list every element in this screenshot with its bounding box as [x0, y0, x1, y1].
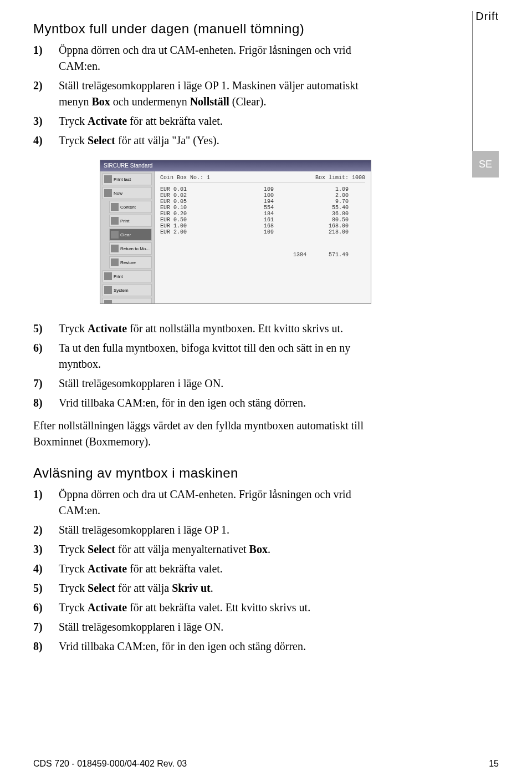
list-item: 7)Ställ trelägesomkopplaren i läge ON.: [33, 376, 388, 392]
list-item-number: 2): [33, 522, 59, 538]
list-item-number: 5): [33, 321, 59, 337]
screenshot-sidebar-item: Clear: [109, 229, 152, 241]
screenshot-data-row: EUR 0.011091.09: [160, 186, 365, 192]
list-item-number: 6): [33, 600, 59, 616]
list-item-number: 2): [33, 78, 59, 110]
screenshot-sidebar-icon: [104, 175, 112, 183]
screenshot-sidebar-icon: [111, 203, 119, 211]
screenshot-sidebar-item: Now: [103, 187, 152, 199]
screenshot-data-row: EUR 0.021002.00: [160, 192, 365, 199]
list-item-text: Tryck Select för att välja Skriv ut.: [59, 580, 388, 596]
list-item: 3)Tryck Select för att välja menyalterna…: [33, 541, 388, 557]
list-item-number: 1): [33, 486, 59, 519]
list-item-number: 4): [33, 561, 59, 577]
list-item: 2)Ställ trelägesomkopplaren i läge OP 1.: [33, 522, 388, 538]
screenshot-data-row: EUR 2.00109218.00: [160, 229, 365, 235]
screenshot-head-left: Coin Box No.: 1: [160, 175, 210, 181]
screenshot-titlebar: SIRCURE Standard: [100, 160, 371, 171]
list-item: 1)Öppna dörren och dra ut CAM-enheten. F…: [33, 42, 388, 74]
list-item-number: 3): [33, 113, 59, 129]
page-footer: CDS 720 - 018459-000/04-402 Rev. 03 15: [33, 759, 499, 769]
list-item-number: 5): [33, 580, 59, 596]
screenshot-main: Coin Box No.: 1 Box limit: 1000 EUR 0.01…: [155, 171, 371, 303]
list-item-number: 7): [33, 619, 59, 635]
screenshot-data-row: EUR 0.2018436.80: [160, 211, 365, 217]
screenshot-sidebar-icon: [104, 189, 112, 197]
embedded-screenshot: SIRCURE Standard Print lastNowContentPri…: [100, 160, 371, 304]
list-item-text: Tryck Select för att välja menyalternati…: [59, 541, 388, 557]
list-item-number: 7): [33, 376, 59, 392]
footer-doc-id: CDS 720 - 018459-000/04-402 Rev. 03: [33, 759, 187, 769]
section2-title: Avläsning av myntbox i maskinen: [33, 465, 499, 481]
list-item-number: 4): [33, 133, 59, 149]
list-item-text: Ställ trelägesomkopplaren i läge ON.: [59, 376, 388, 392]
list-item: 5)Tryck Activate för att nollställa mynt…: [33, 321, 388, 337]
list-item: 4)Tryck Activate för att bekräfta valet.: [33, 561, 388, 577]
screenshot-total-sum: 571.49: [329, 252, 349, 258]
list-item-text: Vrid tillbaka CAM:en, för in den igen oc…: [59, 638, 388, 655]
list-item: 2)Ställ trelägesomkopplaren i läge OP 1.…: [33, 78, 388, 110]
screenshot-sidebar-item: Return to Mo...: [109, 242, 152, 255]
list-item: 8)Vrid tillbaka CAM:en, för in den igen …: [33, 395, 388, 411]
screenshot-sidebar-icon: [111, 258, 119, 266]
screenshot-sidebar-icon: [104, 300, 112, 304]
list-item: 3)Tryck Activate för att bekräfta valet.: [33, 113, 388, 129]
section1-title: Myntbox full under dagen (manuell tömnin…: [33, 21, 499, 37]
list-item-text: Ta ut den fulla myntboxen, bifoga kvitto…: [59, 340, 388, 372]
list-item: 7)Ställ trelägesomkopplaren i läge ON.: [33, 619, 388, 635]
screenshot-data-row: EUR 1.00168168.00: [160, 223, 365, 229]
screenshot-sidebar-item: System: [103, 284, 152, 296]
screenshot-sidebar-item: Content: [109, 201, 152, 213]
list-item-number: 8): [33, 395, 59, 411]
section1b-list: 5)Tryck Activate för att nollställa mynt…: [33, 321, 388, 411]
screenshot-sidebar-item: Print last: [103, 173, 152, 185]
list-item: 1)Öppna dörren och dra ut CAM-enheten. F…: [33, 486, 388, 519]
list-item-text: Tryck Select för att välja "Ja" (Yes).: [59, 133, 388, 149]
list-item-number: 1): [33, 42, 59, 74]
screenshot-head-right: Box limit: 1000: [315, 175, 365, 181]
screenshot-sidebar-icon: [111, 245, 119, 252]
list-item: 5)Tryck Select för att välja Skriv ut.: [33, 580, 388, 596]
section1-list: 1)Öppna dörren och dra ut CAM-enheten. F…: [33, 42, 388, 149]
list-item-text: Tryck Activate för att bekräfta valet. E…: [59, 600, 388, 616]
list-item-text: Ställ trelägesomkopplaren i läge ON.: [59, 619, 388, 635]
list-item-text: Tryck Activate för att bekräfta valet.: [59, 113, 388, 129]
screenshot-sidebar-icon: [111, 217, 119, 225]
list-item-number: 6): [33, 340, 59, 372]
list-item-text: Öppna dörren och dra ut CAM-enheten. Fri…: [59, 42, 388, 74]
screenshot-sidebar-item: [103, 298, 152, 304]
screenshot-sidebar-icon: [104, 272, 112, 280]
screenshot-sidebar-icon: [111, 231, 119, 239]
screenshot-sidebar-item: Print: [109, 215, 152, 227]
header-section-label: Drift: [475, 10, 499, 23]
list-item-text: Ställ trelägesomkopplaren i läge OP 1.: [59, 522, 388, 538]
list-item: 8)Vrid tillbaka CAM:en, för in den igen …: [33, 638, 388, 655]
screenshot-sidebar: Print lastNowContentPrintClearReturn to …: [100, 171, 155, 303]
list-item-number: 8): [33, 638, 59, 655]
list-item-text: Tryck Activate för att nollställa myntbo…: [59, 321, 388, 337]
section1-after-paragraph: Efter nollställningen läggs värdet av de…: [33, 418, 377, 450]
screenshot-sidebar-icon: [104, 286, 112, 294]
screenshot-data-row: EUR 0.5016180.50: [160, 217, 365, 223]
list-item-text: Vrid tillbaka CAM:en, för in den igen oc…: [59, 395, 388, 411]
list-item-text: Öppna dörren och dra ut CAM-enheten. Fri…: [59, 486, 388, 519]
screenshot-data-row: EUR 0.1055455.40: [160, 205, 365, 211]
list-item-text: Tryck Activate för att bekräfta valet.: [59, 561, 388, 577]
section2-list: 1)Öppna dörren och dra ut CAM-enheten. F…: [33, 486, 388, 655]
list-item-text: Ställ trelägesomkopplaren i läge OP 1. M…: [59, 78, 388, 110]
language-tab-se: SE: [472, 151, 499, 178]
list-item-number: 3): [33, 541, 59, 557]
list-item: 4)Tryck Select för att välja "Ja" (Yes).: [33, 133, 388, 149]
screenshot-data-row: EUR 0.051949.70: [160, 199, 365, 205]
list-item: 6)Tryck Activate för att bekräfta valet.…: [33, 600, 388, 616]
screenshot-total-qty: 1384: [293, 252, 306, 258]
screenshot-sidebar-item: Print: [103, 270, 152, 282]
footer-page-number: 15: [489, 759, 499, 769]
screenshot-sidebar-item: Restore: [109, 256, 152, 268]
list-item: 6)Ta ut den fulla myntboxen, bifoga kvit…: [33, 340, 388, 372]
